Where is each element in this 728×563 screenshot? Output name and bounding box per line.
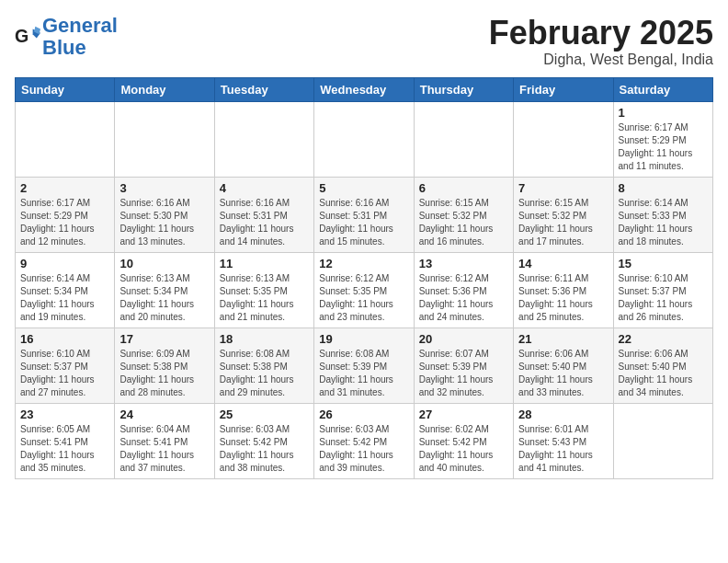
day-number: 18 <box>220 332 309 346</box>
calendar-cell: 16Sunrise: 6:10 AM Sunset: 5:37 PM Dayli… <box>16 327 115 403</box>
svg-text:G: G <box>15 26 28 46</box>
day-info: Sunrise: 6:13 AM Sunset: 5:34 PM Dayligh… <box>119 272 209 324</box>
day-info: Sunrise: 6:08 AM Sunset: 5:39 PM Dayligh… <box>319 348 408 399</box>
day-number: 13 <box>419 257 508 270</box>
calendar-week-row: 9Sunrise: 6:14 AM Sunset: 5:34 PM Daylig… <box>16 252 713 327</box>
calendar-cell: 19Sunrise: 6:08 AM Sunset: 5:39 PM Dayli… <box>314 327 414 403</box>
weekday-header-thursday: Thursday <box>414 77 513 101</box>
weekday-header-sunday: Sunday <box>16 77 115 101</box>
weekday-header-monday: Monday <box>115 77 214 101</box>
weekday-header-wednesday: Wednesday <box>314 77 414 101</box>
calendar-cell: 3Sunrise: 6:16 AM Sunset: 5:30 PM Daylig… <box>115 177 214 252</box>
calendar-cell: 18Sunrise: 6:08 AM Sunset: 5:38 PM Dayli… <box>214 327 313 403</box>
day-number: 11 <box>220 257 309 270</box>
day-number: 21 <box>518 332 608 346</box>
calendar-cell: 4Sunrise: 6:16 AM Sunset: 5:31 PM Daylig… <box>214 177 313 252</box>
day-number: 28 <box>518 408 608 421</box>
calendar-cell <box>16 101 115 177</box>
calendar-cell: 12Sunrise: 6:12 AM Sunset: 5:35 PM Dayli… <box>314 252 414 327</box>
day-info: Sunrise: 6:08 AM Sunset: 5:38 PM Dayligh… <box>220 348 309 399</box>
day-info: Sunrise: 6:16 AM Sunset: 5:31 PM Dayligh… <box>319 197 408 248</box>
weekday-header-saturday: Saturday <box>613 77 712 101</box>
day-number: 22 <box>619 332 708 346</box>
calendar-cell: 23Sunrise: 6:05 AM Sunset: 5:41 PM Dayli… <box>16 403 115 478</box>
calendar-week-row: 2Sunrise: 6:17 AM Sunset: 5:29 PM Daylig… <box>16 177 713 252</box>
day-number: 12 <box>319 257 408 270</box>
calendar-cell <box>514 101 613 177</box>
day-number: 9 <box>20 257 109 270</box>
calendar-subtitle: Digha, West Bengal, India <box>489 52 713 68</box>
calendar-cell: 9Sunrise: 6:14 AM Sunset: 5:34 PM Daylig… <box>16 252 115 327</box>
day-info: Sunrise: 6:10 AM Sunset: 5:37 PM Dayligh… <box>619 272 708 324</box>
day-number: 15 <box>619 257 708 270</box>
day-info: Sunrise: 6:06 AM Sunset: 5:40 PM Dayligh… <box>518 348 608 399</box>
day-info: Sunrise: 6:09 AM Sunset: 5:38 PM Dayligh… <box>119 348 209 399</box>
day-number: 19 <box>319 332 408 346</box>
day-info: Sunrise: 6:16 AM Sunset: 5:30 PM Dayligh… <box>119 197 209 248</box>
day-number: 4 <box>220 181 309 195</box>
day-info: Sunrise: 6:12 AM Sunset: 5:36 PM Dayligh… <box>419 272 508 324</box>
day-number: 14 <box>518 257 608 270</box>
calendar-cell: 22Sunrise: 6:06 AM Sunset: 5:40 PM Dayli… <box>613 327 712 403</box>
day-number: 2 <box>20 181 109 195</box>
calendar-cell <box>414 101 513 177</box>
calendar-cell: 27Sunrise: 6:02 AM Sunset: 5:42 PM Dayli… <box>414 403 513 478</box>
day-info: Sunrise: 6:05 AM Sunset: 5:41 PM Dayligh… <box>20 423 109 475</box>
day-info: Sunrise: 6:04 AM Sunset: 5:41 PM Dayligh… <box>119 423 209 475</box>
calendar-cell <box>115 101 214 177</box>
calendar-cell: 25Sunrise: 6:03 AM Sunset: 5:42 PM Dayli… <box>214 403 313 478</box>
day-number: 27 <box>419 408 508 421</box>
day-info: Sunrise: 6:01 AM Sunset: 5:43 PM Dayligh… <box>518 423 608 475</box>
day-info: Sunrise: 6:14 AM Sunset: 5:33 PM Dayligh… <box>619 197 708 248</box>
calendar-cell: 14Sunrise: 6:11 AM Sunset: 5:36 PM Dayli… <box>514 252 613 327</box>
header-area: G General Blue February 2025 Digha, West… <box>15 15 713 68</box>
weekday-header-tuesday: Tuesday <box>214 77 313 101</box>
day-info: Sunrise: 6:15 AM Sunset: 5:32 PM Dayligh… <box>419 197 508 248</box>
calendar-week-row: 23Sunrise: 6:05 AM Sunset: 5:41 PM Dayli… <box>16 403 713 478</box>
day-number: 17 <box>119 332 209 346</box>
calendar-title: February 2025 <box>489 15 713 52</box>
calendar-cell <box>214 101 313 177</box>
calendar-cell: 10Sunrise: 6:13 AM Sunset: 5:34 PM Dayli… <box>115 252 214 327</box>
day-info: Sunrise: 6:15 AM Sunset: 5:32 PM Dayligh… <box>518 197 608 248</box>
day-info: Sunrise: 6:16 AM Sunset: 5:31 PM Dayligh… <box>220 197 309 248</box>
day-info: Sunrise: 6:17 AM Sunset: 5:29 PM Dayligh… <box>619 121 708 173</box>
day-info: Sunrise: 6:07 AM Sunset: 5:39 PM Dayligh… <box>419 348 508 399</box>
day-info: Sunrise: 6:12 AM Sunset: 5:35 PM Dayligh… <box>319 272 408 324</box>
calendar-cell: 2Sunrise: 6:17 AM Sunset: 5:29 PM Daylig… <box>16 177 115 252</box>
calendar-cell: 1Sunrise: 6:17 AM Sunset: 5:29 PM Daylig… <box>613 101 712 177</box>
day-number: 6 <box>419 181 508 195</box>
day-number: 20 <box>419 332 508 346</box>
day-number: 26 <box>319 408 408 421</box>
day-info: Sunrise: 6:17 AM Sunset: 5:29 PM Dayligh… <box>20 197 109 248</box>
day-number: 16 <box>20 332 109 346</box>
calendar-cell: 6Sunrise: 6:15 AM Sunset: 5:32 PM Daylig… <box>414 177 513 252</box>
weekday-header-row: SundayMondayTuesdayWednesdayThursdayFrid… <box>16 77 713 101</box>
calendar-cell: 17Sunrise: 6:09 AM Sunset: 5:38 PM Dayli… <box>115 327 214 403</box>
day-number: 25 <box>220 408 309 421</box>
logo-icon: G <box>15 24 40 50</box>
calendar-cell: 26Sunrise: 6:03 AM Sunset: 5:42 PM Dayli… <box>314 403 414 478</box>
day-number: 10 <box>119 257 209 270</box>
calendar-cell <box>314 101 414 177</box>
calendar-cell: 24Sunrise: 6:04 AM Sunset: 5:41 PM Dayli… <box>115 403 214 478</box>
day-info: Sunrise: 6:02 AM Sunset: 5:42 PM Dayligh… <box>419 423 508 475</box>
day-number: 5 <box>319 181 408 195</box>
calendar-cell: 13Sunrise: 6:12 AM Sunset: 5:36 PM Dayli… <box>414 252 513 327</box>
logo-text: General Blue <box>42 15 118 59</box>
day-number: 24 <box>119 408 209 421</box>
calendar-week-row: 1Sunrise: 6:17 AM Sunset: 5:29 PM Daylig… <box>16 101 713 177</box>
day-info: Sunrise: 6:03 AM Sunset: 5:42 PM Dayligh… <box>220 423 309 475</box>
calendar-cell <box>613 403 712 478</box>
day-number: 1 <box>619 106 708 120</box>
day-info: Sunrise: 6:06 AM Sunset: 5:40 PM Dayligh… <box>619 348 708 399</box>
calendar-cell: 28Sunrise: 6:01 AM Sunset: 5:43 PM Dayli… <box>514 403 613 478</box>
calendar-cell: 15Sunrise: 6:10 AM Sunset: 5:37 PM Dayli… <box>613 252 712 327</box>
weekday-header-friday: Friday <box>514 77 613 101</box>
calendar-cell: 8Sunrise: 6:14 AM Sunset: 5:33 PM Daylig… <box>613 177 712 252</box>
day-info: Sunrise: 6:14 AM Sunset: 5:34 PM Dayligh… <box>20 272 109 324</box>
day-info: Sunrise: 6:11 AM Sunset: 5:36 PM Dayligh… <box>518 272 608 324</box>
calendar-cell: 11Sunrise: 6:13 AM Sunset: 5:35 PM Dayli… <box>214 252 313 327</box>
day-number: 7 <box>518 181 608 195</box>
calendar-cell: 5Sunrise: 6:16 AM Sunset: 5:31 PM Daylig… <box>314 177 414 252</box>
